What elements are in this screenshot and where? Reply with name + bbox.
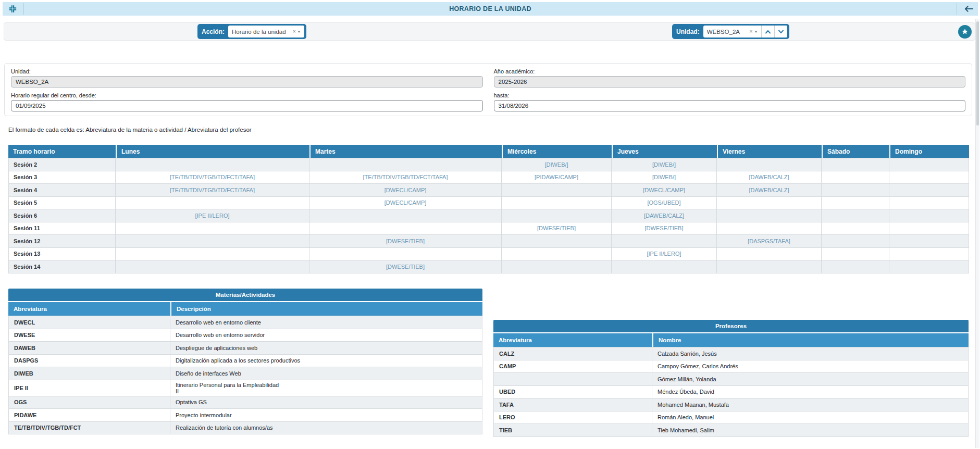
unidad-field (11, 76, 483, 88)
timetable-cell: [DAWEB/CALZ] (717, 171, 822, 184)
timetable-column-header: Tramo horario (8, 145, 116, 158)
timetable-cell (889, 184, 969, 197)
scrollbar-thumb[interactable] (976, 21, 979, 126)
timetable-cell (612, 235, 717, 248)
timetable-cell (717, 158, 822, 171)
materias-abbreviation: TE/TB/TDIV/TGB/TD/FCT (8, 422, 170, 435)
desde-date-field[interactable] (11, 100, 483, 111)
timetable-cell (822, 260, 889, 273)
materias-column-header: Abreviatura (8, 302, 170, 316)
clear-selection-icon[interactable]: × (749, 29, 752, 34)
timetable-cell (116, 222, 309, 235)
profesores-row: CALZCalzada Sarrión, Jesús (493, 347, 969, 360)
profesores-description: Román Aledo, Manuel (652, 411, 969, 425)
clear-selection-icon[interactable]: × (293, 29, 296, 34)
favorite-button[interactable] (958, 25, 972, 39)
timetable-row: Sesión 6[IPE II/LERO][DAWEB/CALZ] (8, 209, 969, 222)
hasta-date-field[interactable] (494, 100, 966, 111)
timetable-cell: [IPE II/LERO] (612, 248, 717, 261)
timetable-cell (822, 184, 889, 197)
timetable-cell (889, 235, 969, 248)
profesores-description: Mohamed Maanan, Mustafa (652, 398, 969, 411)
materias-abbreviation: PIDAWE (8, 409, 170, 422)
timetable: Tramo horarioLunesMartesMiércolesJuevesV… (8, 145, 969, 273)
timetable-column-header: Domingo (889, 145, 969, 158)
unidad-field-group: Unidad: (11, 68, 483, 88)
timetable-cell (717, 197, 822, 210)
timetable-cell: [DWECL/CAMP] (309, 197, 502, 210)
format-note: El formato de cada celda es: Abreviatura… (8, 127, 252, 133)
timetable-row: Sesión 12[DWESE/TIEB][DASPGS/TAFA] (8, 235, 969, 248)
timetable-row: Sesión 4[TE/TB/TDIV/TGB/TD/FCT/TAFA][DWE… (8, 184, 969, 197)
unidad-next-button[interactable] (774, 26, 787, 38)
materias-description: Desarrollo web en entorno servidor (170, 329, 482, 342)
timetable-column-header: Miércoles (502, 145, 612, 158)
timetable-cell (116, 235, 309, 248)
timetable-cell (889, 209, 969, 222)
desde-field-label: Horario regular del centro, desde: (11, 92, 483, 98)
unidad-select[interactable]: WEBSO_2A × (703, 26, 761, 38)
profesores-row: CAMPCampoy Gómez, Carlos Andrés (493, 360, 969, 373)
timetable-cell: [DWECL/CAMP] (612, 184, 717, 197)
timetable-cell (889, 197, 969, 210)
profesores-header-row: AbreviaturaNombre (493, 333, 969, 347)
profesores-abbreviation: CALZ (493, 347, 652, 360)
unidad-label: Unidad: (676, 28, 700, 35)
accion-label: Acción: (202, 28, 225, 35)
timetable-row: Sesión 13[IPE II/LERO] (8, 248, 969, 261)
timetable-cell: [DIWEB/] (612, 171, 717, 184)
session-label: Sesión 14 (8, 260, 116, 273)
profesores-abbreviation: TAFA (493, 398, 652, 411)
session-label: Sesión 12 (8, 235, 116, 248)
session-label: Sesión 4 (8, 184, 116, 197)
profesores-column-header: Abreviatura (493, 333, 652, 347)
timetable-cell: [TE/TB/TDIV/TGB/TD/FCT/TAFA] (309, 171, 502, 184)
scrollbar[interactable] (975, 19, 979, 448)
materias-row: OGSOptativa GS (8, 396, 482, 409)
timetable-cell: [OGS/UBED] (612, 197, 717, 210)
materias-abbreviation: DAWEB (8, 342, 170, 355)
materias-description: Realización de tutoría con alumnos/as (170, 422, 482, 435)
timetable-cell: [PIDAWE/CAMP] (502, 171, 612, 184)
back-button[interactable] (962, 4, 975, 14)
accion-control: Acción: Horario de la unidad × (197, 24, 306, 39)
materias-row: DWESEDesarrollo web en entorno servidor (8, 329, 482, 342)
timetable-row: Sesión 3[TE/TB/TDIV/TGB/TD/FCT/TAFA][TE/… (8, 171, 969, 184)
timetable-cell (822, 248, 889, 261)
timetable-cell (822, 197, 889, 210)
timetable-cell (889, 171, 969, 184)
timetable-row: Sesión 14[DWESE/TIEB] (8, 260, 969, 273)
materias-body: DWECLDesarrollo web en entorno clienteDW… (8, 316, 482, 434)
action-toolbar: Acción: Horario de la unidad × Unidad: W… (4, 22, 975, 41)
timetable-cell: [DWESE/TIEB] (309, 235, 502, 248)
profesores-row: Gómez Millán, Yolanda (493, 373, 969, 386)
unidad-selected-value: WEBSO_2A (707, 29, 749, 35)
timetable-row: Sesión 11[DWESE/TIEB][DWESE/TIEB] (8, 222, 969, 235)
materias-description: Digitalización aplicada a los sectores p… (170, 355, 482, 368)
profesores-row: LERORomán Aledo, Manuel (493, 411, 969, 425)
timetable-cell (116, 260, 309, 273)
session-label: Sesión 11 (8, 222, 116, 235)
timetable-cell: [DAWEB/CALZ] (612, 209, 717, 222)
timetable-cell (309, 158, 502, 171)
timetable-cell (889, 248, 969, 261)
timetable-cell: [DWESE/TIEB] (612, 222, 717, 235)
materias-row: IPE IIItinerario Personal para la Emplea… (8, 380, 482, 396)
timetable-cell: [DWECL/CAMP] (309, 184, 502, 197)
timetable-cell (717, 248, 822, 261)
accion-select[interactable]: Horario de la unidad × (228, 26, 304, 38)
unidad-previous-button[interactable] (761, 26, 774, 38)
divider (957, 3, 957, 15)
timetable-cell (717, 209, 822, 222)
profesores-abbreviation: LERO (493, 411, 652, 425)
profesores-body: CALZCalzada Sarrión, JesúsCAMPCampoy Góm… (493, 347, 969, 437)
timetable-cell (502, 260, 612, 273)
timetable-column-header: Lunes (116, 145, 309, 158)
profesores-table: Profesores AbreviaturaNombre CALZCalzada… (493, 320, 969, 437)
desde-field-group: Horario regular del centro, desde: (11, 92, 483, 111)
timetable-cell (612, 260, 717, 273)
timetable-cell (502, 209, 612, 222)
timetable-cell: [DIWEB/] (612, 158, 717, 171)
materias-description: Optativa GS (170, 396, 482, 409)
anio-field-label: Año académico: (494, 68, 966, 74)
